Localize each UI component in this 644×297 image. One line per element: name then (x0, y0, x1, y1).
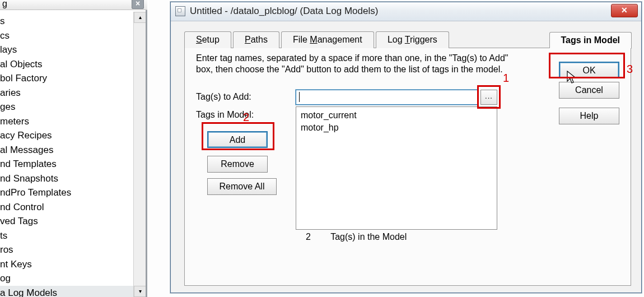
tags-in-model-listbox[interactable]: motor_currentmotor_hp (296, 106, 497, 230)
cancel-button[interactable]: Cancel (559, 82, 619, 99)
tree-item[interactable]: a Log Models (0, 286, 146, 298)
tree-item[interactable]: al Objects (0, 57, 146, 72)
window-close-button[interactable]: ✕ (611, 4, 638, 17)
tags-count-label: Tag(s) in the Model (330, 232, 407, 242)
tree-item[interactable]: ts (0, 229, 146, 243)
explorer-header: g × (0, 0, 147, 10)
list-item[interactable]: motor_hp (301, 122, 492, 134)
tab-log-triggers[interactable]: Log Triggers (376, 31, 449, 48)
explorer-tree: scslaysal Objectsbol Factoryariesgesmete… (0, 12, 146, 297)
explorer-panel: g × scslaysal Objectsbol Factoryariesges… (0, 0, 147, 297)
label-tags-to-add: Tag(s) to Add: (196, 92, 251, 102)
tree-item[interactable]: lays (0, 43, 146, 57)
tree-item[interactable]: nd Snapshots (0, 171, 146, 186)
scroll-up-icon[interactable]: ▴ (134, 12, 146, 23)
tree-item[interactable]: cs (0, 29, 146, 43)
tree-item[interactable]: nd Templates (0, 157, 146, 171)
tree-item[interactable]: meters (0, 114, 146, 129)
tree-item[interactable]: ved Tags (0, 214, 146, 229)
tab-paths[interactable]: Paths (233, 31, 279, 48)
text-caret (299, 92, 300, 102)
close-icon[interactable]: × (132, 0, 144, 9)
scrollbar[interactable]: ▴ ▾ (133, 12, 146, 297)
tags-to-add-input[interactable] (296, 90, 478, 105)
tree-item[interactable]: acy Recipes (0, 128, 146, 143)
tab-file-management[interactable]: File Management (281, 31, 374, 48)
add-button[interactable]: Add (207, 131, 268, 148)
tree-item[interactable]: aries (0, 86, 146, 100)
tree-item[interactable]: nd Control (0, 200, 146, 215)
remove-all-button[interactable]: Remove All (207, 178, 277, 195)
window-icon (175, 6, 185, 16)
instructions-text: Enter tag names, separated by a space if… (196, 53, 510, 75)
tree-item[interactable]: ndPro Templates (0, 185, 146, 200)
titlebar[interactable]: Untitled - /datalo_plcblog/ (Data Log Mo… (171, 2, 641, 21)
tree-item[interactable]: s (0, 14, 146, 29)
tabstrip: Setup Paths File Management Log Triggers… (184, 31, 631, 48)
annotation-num-3: 3 (627, 63, 633, 76)
tags-count-row: 2 Tag(s) in the Model (306, 232, 407, 242)
tags-count: 2 (306, 232, 311, 242)
explorer-title-fragment: g (2, 0, 7, 9)
list-item[interactable]: motor_current (301, 109, 492, 122)
window-title: Untitled - /datalo_plcblog/ (Data Log Mo… (190, 6, 378, 17)
data-log-models-dialog: Untitled - /datalo_plcblog/ (Data Log Mo… (170, 2, 642, 293)
tree-item[interactable]: nt Keys (0, 257, 146, 272)
tree-item[interactable]: al Messages (0, 143, 146, 157)
help-button[interactable]: Help (559, 108, 619, 124)
tree-item[interactable]: bol Factory (0, 71, 146, 86)
browse-tags-button[interactable]: ... (480, 90, 497, 105)
label-tags-in-model: Tags in Model: (196, 110, 254, 120)
tree-item[interactable]: ges (0, 100, 146, 114)
remove-button[interactable]: Remove (207, 156, 268, 173)
tab-panel-tags-in-model: Enter tag names, separated by a space if… (184, 48, 631, 286)
ok-button[interactable]: OK (559, 62, 619, 78)
tree-item[interactable]: og (0, 271, 146, 286)
tab-setup[interactable]: Setup (184, 31, 231, 48)
tree-item[interactable]: ros (0, 243, 146, 257)
scroll-down-icon[interactable]: ▾ (134, 286, 146, 297)
tab-tags-in-model[interactable]: Tags in Model (549, 32, 632, 49)
